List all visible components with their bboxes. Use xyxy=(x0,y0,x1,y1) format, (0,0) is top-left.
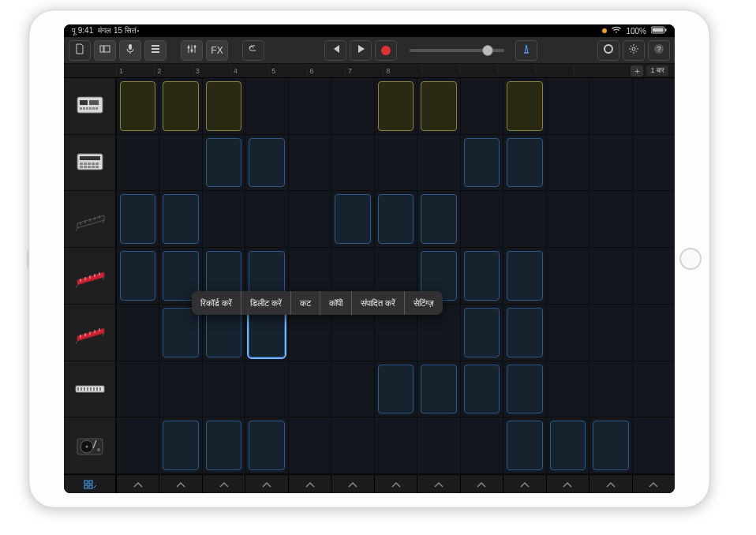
grid-cell[interactable] xyxy=(632,135,675,191)
tracks-view-button[interactable] xyxy=(144,40,167,61)
play-button[interactable] xyxy=(350,40,372,61)
context-menu-item[interactable]: डिलीट करें xyxy=(241,291,290,315)
grid-cell[interactable] xyxy=(546,361,589,417)
grid-cell[interactable] xyxy=(460,135,503,191)
grid-cell[interactable] xyxy=(460,191,503,247)
ipad-home-button[interactable] xyxy=(679,248,702,270)
grid-cell[interactable] xyxy=(460,78,503,134)
ruler-bar[interactable] xyxy=(535,67,573,75)
grid-cell[interactable] xyxy=(288,417,331,473)
grid-cell[interactable] xyxy=(245,78,287,134)
section-length-badge[interactable]: 1 बार xyxy=(646,65,668,76)
grid-cell[interactable] xyxy=(288,361,331,417)
grid-cell[interactable] xyxy=(589,361,631,417)
grid-cell[interactable] xyxy=(245,135,287,191)
grid-cell[interactable] xyxy=(202,135,245,191)
help-button[interactable]: ? xyxy=(648,40,670,61)
grid-cell[interactable] xyxy=(116,361,159,417)
grid-cell[interactable] xyxy=(331,417,373,473)
grid-cell[interactable] xyxy=(374,191,417,247)
grid-cell[interactable] xyxy=(202,417,245,473)
grid-cell[interactable] xyxy=(331,135,373,191)
grid-cell[interactable] xyxy=(331,361,373,417)
timeline-ruler[interactable]: 12345678 + 1 बार xyxy=(64,64,675,78)
my-songs-button[interactable] xyxy=(69,40,91,61)
track-header-drum-machine-2[interactable] xyxy=(64,135,115,192)
grid-cell[interactable] xyxy=(503,191,545,247)
grid-cell[interactable] xyxy=(503,417,545,473)
track-header-keys-1[interactable] xyxy=(64,191,115,248)
grid-cell[interactable] xyxy=(632,417,675,473)
grid-cell[interactable] xyxy=(159,135,201,191)
column-trigger[interactable] xyxy=(503,475,545,493)
grid-cell[interactable] xyxy=(417,361,459,417)
column-trigger[interactable] xyxy=(546,475,589,493)
grid-cell[interactable] xyxy=(245,361,287,417)
grid-cell[interactable] xyxy=(331,191,373,247)
column-trigger[interactable] xyxy=(331,475,373,493)
ruler-bar[interactable]: 1 xyxy=(116,67,154,75)
grid-cell[interactable] xyxy=(288,135,331,191)
column-trigger[interactable] xyxy=(288,475,331,493)
ruler-bar[interactable]: 6 xyxy=(307,67,345,75)
grid-cell[interactable] xyxy=(546,248,589,304)
grid-cell[interactable] xyxy=(632,248,675,304)
grid-cell[interactable] xyxy=(116,417,159,473)
ruler-bar[interactable]: 5 xyxy=(268,67,306,75)
column-trigger[interactable] xyxy=(202,475,245,493)
fx-button[interactable]: FX xyxy=(206,40,228,61)
metronome-button[interactable] xyxy=(515,40,537,61)
grid-cell[interactable] xyxy=(288,78,331,134)
context-menu-item[interactable]: कॉपी xyxy=(320,291,351,315)
grid-cell[interactable] xyxy=(116,248,159,304)
grid-cell[interactable] xyxy=(460,248,503,304)
grid-cell[interactable] xyxy=(159,191,201,247)
grid-cell[interactable] xyxy=(503,361,545,417)
context-menu-item[interactable]: कट xyxy=(290,291,320,315)
context-menu-item[interactable]: रिकॉर्ड करें xyxy=(192,291,241,315)
grid-cell[interactable] xyxy=(589,78,631,134)
grid-cell[interactable] xyxy=(202,78,245,134)
column-trigger[interactable] xyxy=(116,475,159,493)
column-trigger[interactable] xyxy=(632,475,675,493)
master-volume-slider[interactable] xyxy=(410,49,504,52)
grid-cell[interactable] xyxy=(417,417,459,473)
grid-cell[interactable] xyxy=(116,135,159,191)
track-header-synth-strip[interactable] xyxy=(64,361,115,418)
loop-browser-button[interactable] xyxy=(597,40,619,61)
ruler-bar[interactable]: 4 xyxy=(230,67,268,75)
grid-cell[interactable] xyxy=(503,248,545,304)
grid-cell[interactable] xyxy=(159,417,201,473)
grid-cell[interactable] xyxy=(632,78,675,134)
undo-button[interactable] xyxy=(242,40,264,61)
grid-edit-button[interactable] xyxy=(64,475,116,493)
grid-cell[interactable] xyxy=(589,248,631,304)
grid-cell[interactable] xyxy=(546,417,589,473)
track-header-drum-machine-1[interactable] xyxy=(64,78,115,135)
grid-cell[interactable] xyxy=(116,191,159,247)
settings-button[interactable] xyxy=(623,40,645,61)
grid-cell[interactable] xyxy=(460,417,503,473)
ruler-bar[interactable]: 3 xyxy=(193,67,230,75)
grid-cell[interactable] xyxy=(288,191,331,247)
column-trigger[interactable] xyxy=(417,475,459,493)
column-trigger[interactable] xyxy=(374,475,417,493)
grid-cell[interactable] xyxy=(159,78,201,134)
grid-cell[interactable] xyxy=(503,305,545,361)
ruler-bar[interactable]: 7 xyxy=(345,67,383,75)
column-trigger[interactable] xyxy=(159,475,201,493)
grid-cell[interactable] xyxy=(331,78,373,134)
column-trigger[interactable] xyxy=(460,475,503,493)
ruler-bar[interactable] xyxy=(421,67,459,75)
track-header-keys-3-red[interactable] xyxy=(64,305,115,361)
volume-thumb[interactable] xyxy=(482,45,493,56)
grid-cell[interactable] xyxy=(417,191,459,247)
grid-cell[interactable] xyxy=(632,305,675,361)
mixer-button[interactable] xyxy=(181,40,203,61)
grid-cell[interactable] xyxy=(546,191,589,247)
grid-cell[interactable] xyxy=(503,78,545,134)
go-to-start-button[interactable] xyxy=(324,40,346,61)
track-header-turntable[interactable] xyxy=(64,417,115,474)
grid-cell[interactable] xyxy=(546,78,589,134)
ruler-bar[interactable] xyxy=(497,67,535,75)
